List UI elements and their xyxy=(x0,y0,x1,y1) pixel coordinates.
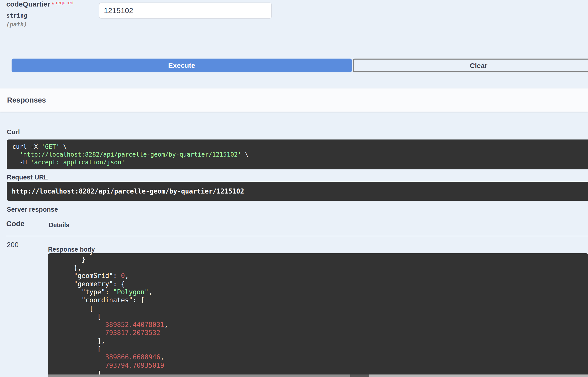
parameter-name-block: codeQuartier*required string (path) xyxy=(6,0,73,28)
request-url-text: http://localhost:8282/api/parcelle-geom/… xyxy=(12,187,244,195)
status-code: 200 xyxy=(7,241,19,249)
parameter-location: (path) xyxy=(6,21,73,28)
required-label: required xyxy=(56,0,73,5)
response-body-horizontal-scrollbar[interactable] xyxy=(48,374,588,377)
parameter-type: string xyxy=(6,12,73,19)
request-url-label: Request URL xyxy=(7,173,48,181)
required-star: * xyxy=(52,1,54,8)
scrollbar-thumb[interactable] xyxy=(350,374,369,377)
parameter-name-text: codeQuartier xyxy=(6,0,50,8)
responses-heading: Responses xyxy=(7,96,46,104)
response-body[interactable]: } } }, "geomSrid": 0, "geometry": { "typ… xyxy=(48,253,588,377)
response-details-header: Details xyxy=(49,221,69,229)
response-body-code: } } }, "geomSrid": 0, "geometry": { "typ… xyxy=(50,253,588,377)
response-body-label: Response body xyxy=(48,246,95,253)
curl-label: Curl xyxy=(7,128,20,136)
parameter-name: codeQuartier*required xyxy=(6,0,73,9)
clear-button[interactable]: Clear xyxy=(353,59,588,72)
response-code-header: Code xyxy=(6,220,25,228)
swagger-ui-page: codeQuartier*required string (path) Exec… xyxy=(0,0,588,377)
server-response-label: Server response xyxy=(7,206,58,213)
response-table-divider xyxy=(6,236,588,236)
scrollbar-track xyxy=(48,374,350,377)
curl-command[interactable]: curl -X 'GET' \ 'http://localhost:8282/a… xyxy=(7,139,588,169)
request-url-value[interactable]: http://localhost:8282/api/parcelle-geom/… xyxy=(7,182,588,201)
responses-section-header: Responses xyxy=(0,88,588,112)
parameter-value-input[interactable] xyxy=(99,3,272,19)
execute-button[interactable]: Execute xyxy=(12,59,352,72)
